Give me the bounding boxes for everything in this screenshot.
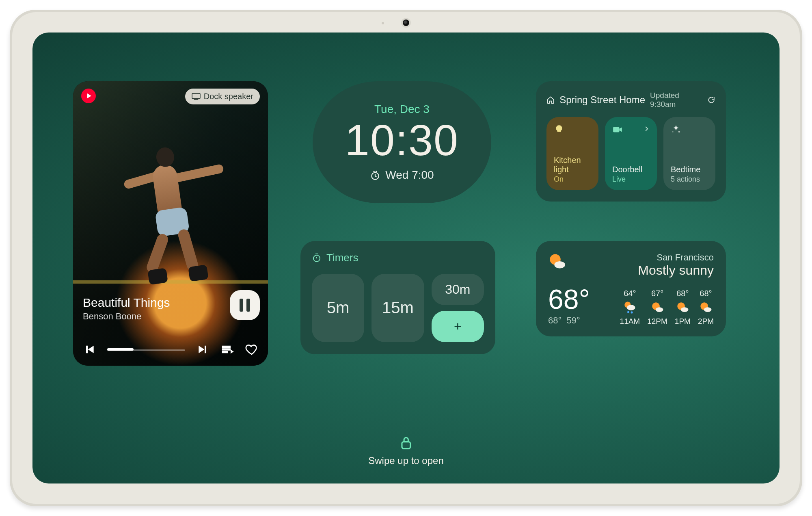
weather-condition-icon [548,252,566,270]
home-tile-label: Doorbell [612,165,650,174]
next-track-button[interactable] [197,343,209,356]
home-updated-label: Updated 9:30am [650,91,698,109]
home-tile-status: Live [612,175,650,184]
svg-point-8 [627,305,635,310]
clock-date: Tue, Dec 3 [374,103,430,116]
home-icon [546,95,555,105]
forecast-hour[interactable]: 64° 11AM [620,289,640,326]
sun-icon [699,301,713,314]
timers-title: Timers [326,251,358,264]
ambient-sensor [382,22,384,24]
lock-hint-text: Swipe up to open [368,455,443,466]
forecast-hour[interactable]: 68° 1PM [675,289,691,326]
album-art [73,81,268,366]
home-header: Spring Street Home Updated 9:30am [546,91,715,109]
svg-point-14 [681,307,689,312]
svg-point-12 [656,307,663,312]
timer-icon [312,253,322,262]
svg-rect-1 [194,99,198,100]
home-tile-status: On [554,175,591,184]
home-tile-label: Bedtime [671,165,708,174]
alarm-label: Wed 7:00 [385,169,434,182]
tablet-frame: Dock speaker Beautiful Things Benson Boo… [10,10,802,506]
favorite-button[interactable] [245,343,258,356]
timers-widget[interactable]: Timers 5m 15m 30m + [300,241,495,354]
track-artist: Benson Boone [83,311,223,322]
chevron-right-icon [643,125,650,132]
cast-output-chip[interactable]: Dock speaker [185,89,260,104]
timer-preset-15m[interactable]: 15m [371,274,424,342]
cast-icon [192,93,201,100]
track-title: Beautiful Things [83,296,223,310]
sun-icon [650,301,664,314]
play-pause-button[interactable] [230,290,260,320]
lock-icon [400,436,412,450]
home-tile-status: 5 actions [671,175,708,184]
home-tile-label: Kitchen light [554,156,591,174]
weather-city: San Francisco [638,252,714,263]
svg-rect-0 [192,93,200,98]
weather-forecast: 64° 11AM 67° 12PM 68° 1PM [620,289,714,326]
home-tile-kitchen-light[interactable]: Kitchen light On [546,117,598,190]
front-camera [401,18,411,28]
camera-icon [612,124,623,135]
weather-temp: 68° [548,285,590,313]
seek-bar[interactable] [107,345,185,353]
bulb-icon [554,124,564,135]
clock-time: 10:30 [345,118,459,162]
svg-point-16 [704,307,712,312]
clock-widget[interactable]: Tue, Dec 3 10:30 Wed 7:00 [313,81,491,203]
media-player-card[interactable]: Dock speaker Beautiful Things Benson Boo… [73,81,268,366]
weather-hi-lo: 68° 59° [548,315,590,326]
svg-point-10 [631,311,633,313]
hub-screen: Dock speaker Beautiful Things Benson Boo… [32,33,780,483]
timers-header: Timers [312,251,484,264]
svg-rect-3 [613,127,619,132]
media-controls [83,343,258,356]
cast-output-label: Dock speaker [204,92,253,101]
forecast-hour[interactable]: 68° 2PM [698,289,714,326]
queue-button[interactable] [221,343,234,356]
weather-condition: Mostly sunny [638,263,714,278]
home-tile-bedtime[interactable]: Bedtime 5 actions [663,117,715,190]
refresh-icon[interactable] [707,95,715,105]
home-name: Spring Street Home [559,94,645,106]
home-panel[interactable]: Spring Street Home Updated 9:30am Kitche… [536,81,726,202]
svg-point-6 [554,261,565,269]
weather-widget[interactable]: San Francisco Mostly sunny 68° 68° 59° 6… [536,241,726,336]
previous-track-button[interactable] [83,343,96,356]
youtube-music-icon [81,89,96,103]
alarm-icon [370,170,380,180]
svg-point-9 [627,311,629,313]
rain-icon [623,301,637,314]
svg-rect-17 [402,442,410,449]
timer-preset-30m[interactable]: 30m [432,274,484,305]
forecast-hour[interactable]: 67° 12PM [647,289,667,326]
timer-add-button[interactable]: + [432,311,484,342]
timer-preset-5m[interactable]: 5m [312,274,364,342]
sparkle-icon [671,124,681,135]
track-meta: Beautiful Things Benson Boone [83,296,223,322]
alarm-row: Wed 7:00 [370,169,434,182]
sun-icon [676,301,689,314]
lock-hint[interactable]: Swipe up to open [368,436,443,466]
home-tile-doorbell[interactable]: Doorbell Live [605,117,657,190]
